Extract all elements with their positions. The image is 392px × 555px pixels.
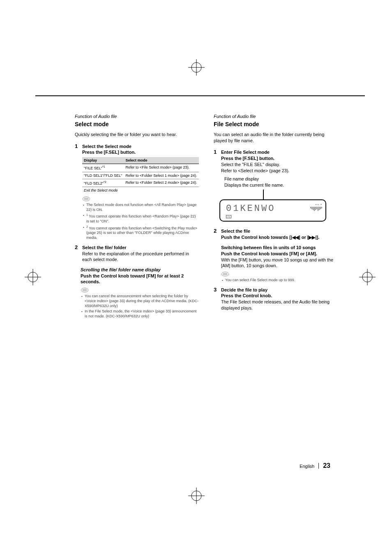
step-text: Refer to the explanation of the procedur… xyxy=(82,251,199,263)
note-item: You can select File Select mode up to 99… xyxy=(221,278,338,283)
table-head-mode: Select mode xyxy=(124,157,199,164)
step-instruction: Press the [F.SEL] button. xyxy=(221,155,338,162)
note-icon xyxy=(81,287,89,293)
switching-title: Switching between files in units of 10 s… xyxy=(221,245,338,251)
registration-mark-bottom xyxy=(188,488,205,504)
skip-forward-icon: ▶▶| xyxy=(309,235,316,240)
step-number: 2 xyxy=(214,228,219,283)
note-item: The Select mode does not function when <… xyxy=(82,203,199,212)
skip-back-icon: |◀◀ xyxy=(291,235,299,240)
notes-list: You can cancel the announcement when sel… xyxy=(81,294,199,319)
note-item: 1 *1 You cannot operate this function wh… xyxy=(82,213,199,224)
registration-mark-left xyxy=(25,269,41,285)
cell-display: "FILE SEL" xyxy=(84,166,102,170)
page-footer: English 23 xyxy=(300,462,330,469)
page: { "left": { "func_of": "Function of Audi… xyxy=(0,0,392,555)
page-number: 23 xyxy=(323,462,330,469)
step-number: 3 xyxy=(214,287,219,311)
left-column: Function of Audio file Select mode Quick… xyxy=(75,113,199,320)
lcd-indicators: ◂ ▸ ▾ xyxy=(310,203,322,211)
step-instruction: Push the Control knob towards [|◀◀] or [… xyxy=(221,234,338,240)
lead-text: You can select an audio file in the fold… xyxy=(214,132,338,144)
note-item: In the File Select mode, the <Voice Inde… xyxy=(81,309,199,319)
section-title-select-mode: Select mode xyxy=(75,120,199,128)
header-rule xyxy=(35,95,365,96)
cell-display: "FLD SEL1"/"FLD SEL" xyxy=(84,173,122,178)
step-1: 1 Enter File Select mode Press the [F.SE… xyxy=(214,149,338,173)
step-text: Refer to <Select mode> (page 23). xyxy=(221,168,338,174)
step-instruction: Press the [F.SEL] button. xyxy=(82,149,199,155)
callout-line xyxy=(263,190,264,200)
step-instruction: Press the Control knob. xyxy=(221,293,338,299)
table-head-display: Display xyxy=(82,157,124,164)
step-number: 1 xyxy=(75,143,80,241)
step-number: 1 xyxy=(214,149,219,173)
notes-list: You can select File Select mode up to 99… xyxy=(221,278,338,283)
lcd-text: 01KENWO xyxy=(226,203,275,215)
step-number: 2 xyxy=(75,245,80,263)
step-2: 2 Select the file Push the Control knob … xyxy=(214,228,338,283)
scroll-instruction: Push the Control knob toward [FM] for at… xyxy=(81,273,199,285)
table-row: "FLD SEL1"/"FLD SEL" Refer to <Folder Se… xyxy=(82,172,199,179)
scroll-title: Scrolling the file/ folder name display xyxy=(81,267,199,273)
function-of-label: Function of Audio file xyxy=(75,113,199,120)
step-text: Select the "FILE SEL" display. xyxy=(221,162,338,168)
switching-text: With the [FM] button, you move 10 songs … xyxy=(221,257,338,269)
content-columns: Function of Audio file Select mode Quick… xyxy=(75,113,338,320)
table-row-exit: Exit the Select mode xyxy=(82,187,199,194)
section-title-file-select: File Select mode xyxy=(214,120,338,128)
registration-mark-top xyxy=(188,59,205,76)
text-fragment: ] or [ xyxy=(299,235,309,240)
cell-mode: Refer to <Folder Select 2 mode> (page 24… xyxy=(124,179,199,187)
text-fragment: Push the Control knob towards [ xyxy=(221,235,291,240)
registration-mark-right xyxy=(359,269,376,285)
note-item: You can cancel the announcement when sel… xyxy=(81,294,199,308)
cell-display: "FLD SEL2" xyxy=(84,181,104,185)
lcd-in-indicator: IN xyxy=(226,215,231,219)
notes-list: The Select mode does not function when <… xyxy=(82,203,199,240)
step-1: 1 Select the Select mode Press the [F.SE… xyxy=(75,143,199,241)
step-title: Select the file/ folder xyxy=(82,245,199,251)
cell-sup: *2 xyxy=(104,180,106,183)
text-fragment: ]. xyxy=(317,235,320,240)
note-icon xyxy=(221,271,229,277)
cell-mode: Refer to <File Select mode> (page 23). xyxy=(124,164,199,172)
cell-exit: Exit the Select mode xyxy=(82,187,199,194)
spectrum-icon xyxy=(310,207,322,211)
step-3: 3 Decide the file to play Press the Cont… xyxy=(214,287,338,311)
lcd-indicator-row: ◂ ▸ ▾ xyxy=(315,203,322,206)
step-text: The File Select mode releases, and the A… xyxy=(221,299,338,311)
step-title: Select the Select mode xyxy=(82,143,199,150)
note-icon xyxy=(82,196,90,202)
right-column: Function of Audio file File Select mode … xyxy=(214,113,338,320)
filename-display-label: File name display xyxy=(224,176,338,182)
filename-display-desc: Displays the current file name. xyxy=(224,182,338,188)
step-title: Enter File Select mode xyxy=(221,149,338,155)
lead-text: Quickly selecting the file or folder you… xyxy=(75,132,199,138)
note-item: 2 *2 You cannot operate this function wh… xyxy=(82,225,199,240)
cell-mode: Refer to <Folder Select 1 mode> (page 24… xyxy=(124,172,199,179)
footer-divider xyxy=(318,463,319,469)
table-row: "FLD SEL2"*2 Refer to <Folder Select 2 m… xyxy=(82,179,199,187)
function-of-label: Function of Audio file xyxy=(214,113,338,120)
step-title: Decide the file to play xyxy=(221,287,338,293)
step-title: Select the file xyxy=(221,228,338,234)
table-row: "FILE SEL"*1 Refer to <File Select mode>… xyxy=(82,164,199,172)
footer-language: English xyxy=(300,464,314,469)
cell-sup: *1 xyxy=(102,165,105,168)
lcd-display: 01KENWO ◂ ▸ ▾ IN xyxy=(219,199,326,222)
select-mode-table: Display Select mode "FILE SEL"*1 Refer t… xyxy=(82,157,199,194)
step-2: 2 Select the file/ folder Refer to the e… xyxy=(75,245,199,263)
switching-instruction: Push the Control knob towards [FM] or [A… xyxy=(221,251,338,257)
